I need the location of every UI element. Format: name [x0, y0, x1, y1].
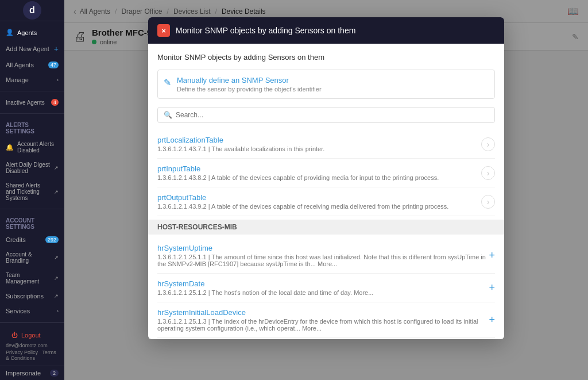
impersonate-badge: 2 [50, 370, 59, 377]
inactive-agents-section: Inactive Agents 4 [0, 91, 64, 114]
mib-item-name: hrSystemInitialLoadDevice [157, 308, 489, 317]
mib-item-hr-uptime[interactable]: hrSystemUptime 1.3.6.1.2.1.25.1.1 | The … [157, 238, 495, 274]
mib-item-detail: 1.3.6.1.2.1.43.9.2 | A table of the devi… [157, 203, 481, 210]
privacy-link[interactable]: Privacy Policy [6, 350, 38, 355]
mib-item-name: prtInputTable [157, 164, 481, 173]
modal-subtitle: Monitor SNMP objects by adding Sensors o… [157, 53, 495, 62]
sidebar: d 👤 Agents Add New Agent + All Agents 47… [0, 0, 64, 380]
add-icon: + [54, 44, 59, 53]
sidebar-item-inactive-agents[interactable]: Inactive Agents 4 [0, 95, 64, 110]
mib-item-prt-input[interactable]: prtInputTable 1.3.6.1.2.1.43.8.2 | A tab… [157, 159, 495, 187]
mib-item-detail: 1.3.6.1.2.1.25.1.1 | The amount of time … [157, 254, 489, 267]
mib-item-plus[interactable]: + [489, 282, 495, 294]
all-agents-badge: 47 [48, 62, 59, 68]
modal-title: Monitor SNMP objects by adding Sensors o… [176, 26, 355, 35]
mib-item-detail: 1.3.6.1.2.1.43.8.2 | A table of the devi… [157, 174, 481, 181]
account-section: Account Settings Credits 292 Account & B… [0, 209, 64, 323]
agents-icon: 👤 [6, 29, 14, 36]
sidebar-item-account-branding[interactable]: Account & Branding ↗ [0, 247, 64, 268]
sidebar-bottom: ⏻ Logout dev@domotz.com Privacy Policy T… [0, 323, 64, 366]
search-bar: 🔍 [157, 107, 495, 123]
manage-arrow: › [57, 77, 59, 83]
mib-item-plus[interactable]: + [489, 314, 495, 326]
sidebar-item-credits[interactable]: Credits 292 [0, 232, 64, 247]
account-header: Account Settings [0, 213, 64, 232]
sidebar-item-manage[interactable]: Manage › [0, 72, 64, 87]
mib-item-name: hrSystemDate [157, 279, 489, 288]
sidebar-item-team-mgmt[interactable]: Team Management ↗ [0, 268, 64, 289]
user-email: dev@domotz.com [6, 343, 59, 348]
mib-item-hr-load-params[interactable]: hrSystemInitialLoadParameters + [157, 338, 495, 339]
agents-section: 👤 Agents Add New Agent + All Agents 47 M… [0, 21, 64, 91]
host-resources-header: HOST-RESOURCES-MIB [148, 220, 504, 235]
modal: × Monitor SNMP objects by adding Sensors… [148, 17, 504, 339]
digest-arrow: ↗ [54, 165, 59, 171]
alerts-header: Alerts Settings [0, 117, 64, 137]
mib-item-arrow[interactable]: › [481, 137, 495, 151]
mib-item-detail: 1.3.6.1.2.1.25.1.2 | The host's notion o… [157, 289, 489, 296]
manual-option-title: Manually define an SNMP Sensor [177, 76, 322, 85]
shared-arrow: ↗ [54, 189, 59, 195]
search-icon: 🔍 [164, 111, 172, 119]
mib-item-detail: 1.3.6.1.2.1.43.7.1 | The available local… [157, 145, 481, 152]
mib-item-prt-output[interactable]: prtOutputTable 1.3.6.1.2.1.43.9.2 | A ta… [157, 187, 495, 216]
mib-item-name: hrSystemUptime [157, 244, 489, 252]
logout-button[interactable]: ⏻ Logout [6, 328, 59, 343]
modal-overlay: × Monitor SNMP objects by adding Sensors… [64, 0, 588, 380]
manual-option-desc: Define the sensor by providing the objec… [177, 86, 322, 93]
sidebar-logo: d [0, 0, 64, 21]
sidebar-item-shared-ticketing[interactable]: Shared Alerts and Ticketing Systems ↗ [0, 178, 64, 205]
mib-item-arrow[interactable]: › [481, 166, 495, 180]
credits-badge: 292 [45, 236, 59, 243]
sidebar-item-account-alerts[interactable]: 🔔 Account Alerts Disabled [0, 137, 64, 158]
pencil-icon: ✎ [164, 77, 171, 88]
logo-icon: d [23, 1, 41, 20]
modal-header: × Monitor SNMP objects by adding Sensors… [148, 17, 504, 44]
add-agent-label: Add New Agent [6, 45, 49, 52]
modal-body[interactable]: Monitor SNMP objects by adding Sensors o… [148, 44, 504, 339]
manual-snmp-option[interactable]: ✎ Manually define an SNMP Sensor Define … [157, 70, 495, 99]
sidebar-item-agents[interactable]: 👤 Agents [0, 25, 64, 40]
mib-item-plus[interactable]: + [489, 250, 495, 262]
search-input[interactable] [176, 111, 489, 119]
mib-item-arrow[interactable]: › [481, 195, 495, 209]
mib-item-hr-load-device[interactable]: hrSystemInitialLoadDevice 1.3.6.1.2.1.25… [157, 302, 495, 338]
mib-item-name: prtOutputTable [157, 193, 481, 202]
sidebar-item-all-agents[interactable]: All Agents 47 [0, 57, 64, 72]
sidebar-item-alert-digest[interactable]: Alert Daily Digest Disabled ↗ [0, 158, 64, 178]
main-content: ‹ All Agents / Draper Office / Devices L… [64, 0, 588, 380]
mib-item-hr-date[interactable]: hrSystemDate 1.3.6.1.2.1.25.1.2 | The ho… [157, 274, 495, 302]
inactive-badge: 4 [51, 99, 59, 106]
sidebar-links: Privacy Policy Terms & Conditions [6, 350, 59, 361]
mib-item-detail: 1.3.6.1.2.1.25.1.3 | The index of the hr… [157, 318, 489, 332]
impersonate-row[interactable]: Impersonate 2 [0, 366, 64, 380]
sidebar-item-services[interactable]: Services › [0, 304, 64, 318]
alerts-section: Alerts Settings 🔔 Account Alerts Disable… [0, 114, 64, 209]
sidebar-item-add-new-agent[interactable]: Add New Agent + [0, 40, 64, 57]
bell-icon: 🔔 [6, 144, 14, 151]
modal-close-button[interactable]: × [157, 24, 170, 37]
logout-icon: ⏻ [11, 332, 18, 339]
sidebar-item-subscriptions[interactable]: Subscriptions ↗ [0, 289, 64, 304]
mib-item-prt-localization[interactable]: prtLocalizationTable 1.3.6.1.2.1.43.7.1 … [157, 130, 495, 159]
mib-item-name: prtLocalizationTable [157, 136, 481, 144]
